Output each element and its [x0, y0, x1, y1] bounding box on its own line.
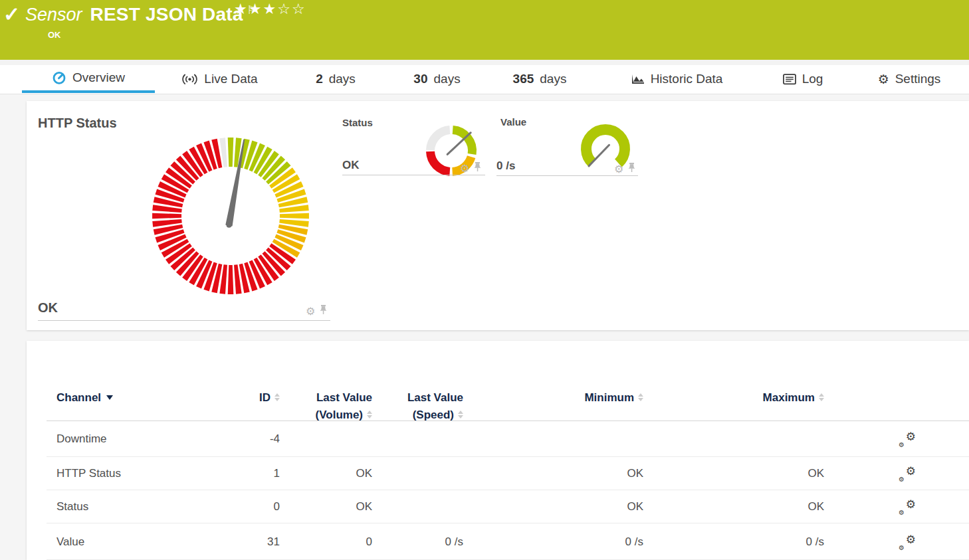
value-panel-actions: ⚙: [614, 163, 636, 175]
tab-label: Overview: [72, 70, 125, 85]
table-row: Value3100 /s0 /s0 /s⚙⚙: [27, 523, 969, 560]
tab-30-days[interactable]: 30days: [399, 65, 475, 93]
column-header-last_speed[interactable]: Last Value(Speed): [390, 389, 463, 423]
table-row: Status0OKOKOK⚙⚙: [27, 490, 969, 523]
sort-icon: [458, 411, 463, 419]
column-header-id[interactable]: ID: [206, 389, 280, 406]
prtg-sensor-page: ✓ Sensor REST JSON Data ⚐ ★★★☆☆ OK Overv…: [0, 0, 969, 560]
cell-minimum: [557, 421, 643, 457]
gear-icon[interactable]: ⚙: [460, 163, 469, 174]
column-label: Minimum: [584, 391, 634, 404]
cell-maximum: OK: [738, 490, 824, 523]
log-icon: [783, 74, 796, 85]
settings-icon: ⚙: [878, 73, 889, 86]
cell-minimum: OK: [557, 457, 643, 490]
channels-table-card: ChannelIDLast Value(Volume)Last Value(Sp…: [27, 341, 969, 560]
cell-id: 1: [206, 457, 280, 490]
tab-label: Live Data: [204, 72, 257, 86]
tab-log[interactable]: Log: [773, 65, 833, 93]
sensor-status-text: OK: [48, 30, 61, 40]
cell-last_volume: OK: [299, 490, 372, 523]
cell-id: 0: [206, 490, 280, 523]
channel-gear-icon[interactable]: ⚙⚙: [899, 534, 916, 550]
http-status-gauge: [148, 133, 314, 302]
channel-settings-button[interactable]: ⚙⚙: [887, 490, 927, 523]
tab-label: Log: [802, 72, 823, 86]
value-panel-title: Value: [500, 116, 526, 128]
priority-stars[interactable]: ★★★☆☆: [234, 1, 306, 17]
cell-maximum: OK: [738, 457, 824, 490]
cell-id: 31: [206, 523, 280, 560]
panel-underline: [496, 175, 638, 176]
header-divider: [0, 60, 969, 65]
tab-365-days[interactable]: 365days: [500, 65, 580, 93]
cell-maximum: [738, 421, 824, 457]
cell-last_volume: [299, 421, 372, 457]
cell-minimum: 0 /s: [557, 523, 643, 560]
overview-icon: [52, 70, 66, 85]
cell-last_speed: [390, 457, 463, 490]
cell-minimum: OK: [557, 490, 643, 523]
sensor-title-row: Sensor REST JSON Data ⚐: [25, 4, 257, 25]
sort-icon: [819, 393, 824, 401]
pin-icon[interactable]: [319, 305, 328, 318]
status-gauge-value: OK: [342, 159, 360, 172]
sensor-header: ✓ Sensor REST JSON Data ⚐ ★★★☆☆ OK: [0, 0, 969, 60]
channel-gear-icon[interactable]: ⚙⚙: [899, 499, 916, 515]
channel-settings-button[interactable]: ⚙⚙: [887, 523, 927, 560]
cell-maximum: 0 /s: [738, 523, 824, 560]
tab-label: days: [329, 72, 356, 86]
cell-last_speed: [390, 421, 463, 457]
cell-last_volume: OK: [299, 457, 372, 490]
historic-data-icon: [631, 74, 645, 85]
cell-last_volume: 0: [299, 523, 372, 560]
cell-channel: Status: [56, 490, 203, 523]
cell-id: -4: [206, 421, 280, 457]
cell-last_speed: [390, 490, 463, 523]
column-label: Last Value: [316, 391, 372, 404]
http-status-panel-actions: ⚙: [306, 305, 328, 318]
column-label: Channel: [56, 391, 101, 404]
status-panel-actions: ⚙: [460, 162, 482, 175]
column-label: Last Value: [407, 391, 463, 404]
tab-number: 30: [413, 72, 427, 86]
tab-bar: OverviewLive Data2days30days365daysHisto…: [0, 65, 969, 94]
gear-icon[interactable]: ⚙: [614, 164, 623, 175]
object-kind-label: Sensor: [25, 5, 82, 25]
tab-settings[interactable]: ⚙Settings: [869, 65, 949, 93]
column-header-channel[interactable]: Channel: [56, 389, 203, 406]
tab-historic-data[interactable]: Historic Data: [617, 65, 736, 93]
column-label: ID: [259, 391, 270, 404]
tab-label: Historic Data: [651, 72, 723, 86]
tab-2-days[interactable]: 2days: [299, 65, 372, 93]
column-header-maximum[interactable]: Maximum: [738, 389, 824, 406]
gauges-card: HTTP Status OK ⚙ Status OK ⚙ Value 0 /s …: [27, 101, 969, 330]
cell-channel: Value: [56, 523, 203, 560]
sort-icon: [274, 393, 280, 401]
tab-number: 365: [513, 72, 534, 86]
channel-gear-icon[interactable]: ⚙⚙: [899, 431, 916, 447]
column-label: (Speed): [413, 409, 454, 421]
tab-overview[interactable]: Overview: [22, 65, 155, 93]
channel-gear-icon[interactable]: ⚙⚙: [899, 466, 916, 482]
channel-settings-button[interactable]: ⚙⚙: [887, 457, 927, 490]
sort-icon: [367, 411, 372, 419]
table-row: Downtime-4⚙⚙: [27, 421, 969, 457]
gear-icon[interactable]: ⚙: [306, 306, 315, 317]
pin-icon[interactable]: [473, 162, 482, 175]
http-status-gauge-value: OK: [38, 300, 58, 316]
http-status-panel-title: HTTP Status: [38, 116, 117, 131]
sort-desc-icon: [106, 395, 113, 400]
column-header-minimum[interactable]: Minimum: [557, 389, 643, 406]
column-header-last_volume[interactable]: Last Value(Volume): [299, 389, 372, 423]
panel-underline: [38, 320, 330, 321]
channel-settings-button[interactable]: ⚙⚙: [887, 421, 927, 457]
pin-icon[interactable]: [627, 163, 636, 175]
value-gauge-value: 0 /s: [496, 159, 515, 173]
tab-live-data[interactable]: Live Data: [171, 65, 268, 93]
column-label: Maximum: [763, 391, 815, 404]
tab-number: 2: [316, 72, 323, 86]
table-row: HTTP Status1OKOKOK⚙⚙: [27, 457, 969, 490]
live-data-icon: [181, 73, 198, 86]
sort-icon: [638, 393, 643, 401]
